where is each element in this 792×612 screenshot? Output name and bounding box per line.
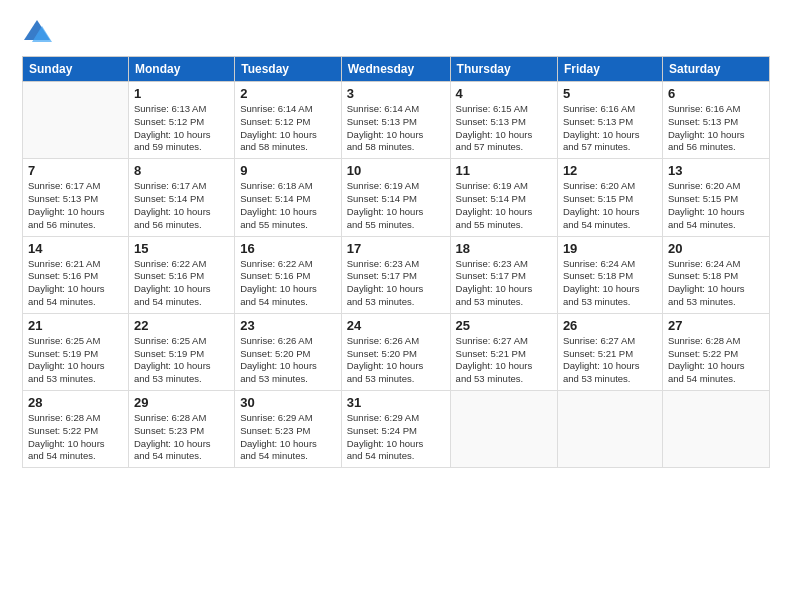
day-info: Sunrise: 6:23 AM Sunset: 5:17 PM Dayligh…	[347, 258, 445, 309]
weekday-header-row: SundayMondayTuesdayWednesdayThursdayFrid…	[23, 57, 770, 82]
day-number: 18	[456, 241, 552, 256]
weekday-header-friday: Friday	[557, 57, 662, 82]
calendar: SundayMondayTuesdayWednesdayThursdayFrid…	[22, 56, 770, 468]
day-cell: 5Sunrise: 6:16 AM Sunset: 5:13 PM Daylig…	[557, 82, 662, 159]
day-number: 20	[668, 241, 764, 256]
day-cell: 20Sunrise: 6:24 AM Sunset: 5:18 PM Dayli…	[662, 236, 769, 313]
day-cell: 28Sunrise: 6:28 AM Sunset: 5:22 PM Dayli…	[23, 391, 129, 468]
day-number: 15	[134, 241, 229, 256]
day-cell: 13Sunrise: 6:20 AM Sunset: 5:15 PM Dayli…	[662, 159, 769, 236]
day-info: Sunrise: 6:14 AM Sunset: 5:12 PM Dayligh…	[240, 103, 336, 154]
day-info: Sunrise: 6:21 AM Sunset: 5:16 PM Dayligh…	[28, 258, 123, 309]
day-number: 23	[240, 318, 336, 333]
day-number: 14	[28, 241, 123, 256]
day-number: 5	[563, 86, 657, 101]
day-number: 13	[668, 163, 764, 178]
day-info: Sunrise: 6:29 AM Sunset: 5:23 PM Dayligh…	[240, 412, 336, 463]
day-cell: 4Sunrise: 6:15 AM Sunset: 5:13 PM Daylig…	[450, 82, 557, 159]
day-cell: 9Sunrise: 6:18 AM Sunset: 5:14 PM Daylig…	[235, 159, 342, 236]
day-cell	[662, 391, 769, 468]
day-cell: 8Sunrise: 6:17 AM Sunset: 5:14 PM Daylig…	[128, 159, 234, 236]
weekday-header-sunday: Sunday	[23, 57, 129, 82]
day-number: 1	[134, 86, 229, 101]
day-number: 3	[347, 86, 445, 101]
weekday-header-tuesday: Tuesday	[235, 57, 342, 82]
day-info: Sunrise: 6:19 AM Sunset: 5:14 PM Dayligh…	[456, 180, 552, 231]
day-cell: 22Sunrise: 6:25 AM Sunset: 5:19 PM Dayli…	[128, 313, 234, 390]
day-cell	[557, 391, 662, 468]
day-number: 24	[347, 318, 445, 333]
weekday-header-monday: Monday	[128, 57, 234, 82]
day-info: Sunrise: 6:27 AM Sunset: 5:21 PM Dayligh…	[563, 335, 657, 386]
day-info: Sunrise: 6:19 AM Sunset: 5:14 PM Dayligh…	[347, 180, 445, 231]
day-cell: 26Sunrise: 6:27 AM Sunset: 5:21 PM Dayli…	[557, 313, 662, 390]
day-info: Sunrise: 6:29 AM Sunset: 5:24 PM Dayligh…	[347, 412, 445, 463]
week-row-5: 28Sunrise: 6:28 AM Sunset: 5:22 PM Dayli…	[23, 391, 770, 468]
day-number: 16	[240, 241, 336, 256]
day-cell: 3Sunrise: 6:14 AM Sunset: 5:13 PM Daylig…	[341, 82, 450, 159]
day-info: Sunrise: 6:25 AM Sunset: 5:19 PM Dayligh…	[134, 335, 229, 386]
day-info: Sunrise: 6:17 AM Sunset: 5:14 PM Dayligh…	[134, 180, 229, 231]
day-number: 8	[134, 163, 229, 178]
day-cell	[23, 82, 129, 159]
day-info: Sunrise: 6:15 AM Sunset: 5:13 PM Dayligh…	[456, 103, 552, 154]
day-cell: 14Sunrise: 6:21 AM Sunset: 5:16 PM Dayli…	[23, 236, 129, 313]
day-cell: 2Sunrise: 6:14 AM Sunset: 5:12 PM Daylig…	[235, 82, 342, 159]
day-number: 4	[456, 86, 552, 101]
day-info: Sunrise: 6:17 AM Sunset: 5:13 PM Dayligh…	[28, 180, 123, 231]
day-cell: 16Sunrise: 6:22 AM Sunset: 5:16 PM Dayli…	[235, 236, 342, 313]
day-number: 7	[28, 163, 123, 178]
week-row-2: 7Sunrise: 6:17 AM Sunset: 5:13 PM Daylig…	[23, 159, 770, 236]
day-number: 6	[668, 86, 764, 101]
day-cell: 10Sunrise: 6:19 AM Sunset: 5:14 PM Dayli…	[341, 159, 450, 236]
week-row-4: 21Sunrise: 6:25 AM Sunset: 5:19 PM Dayli…	[23, 313, 770, 390]
day-number: 17	[347, 241, 445, 256]
day-info: Sunrise: 6:26 AM Sunset: 5:20 PM Dayligh…	[240, 335, 336, 386]
day-number: 22	[134, 318, 229, 333]
day-info: Sunrise: 6:28 AM Sunset: 5:23 PM Dayligh…	[134, 412, 229, 463]
day-number: 12	[563, 163, 657, 178]
weekday-header-wednesday: Wednesday	[341, 57, 450, 82]
day-number: 10	[347, 163, 445, 178]
day-cell: 17Sunrise: 6:23 AM Sunset: 5:17 PM Dayli…	[341, 236, 450, 313]
day-info: Sunrise: 6:25 AM Sunset: 5:19 PM Dayligh…	[28, 335, 123, 386]
day-number: 28	[28, 395, 123, 410]
day-info: Sunrise: 6:20 AM Sunset: 5:15 PM Dayligh…	[563, 180, 657, 231]
week-row-1: 1Sunrise: 6:13 AM Sunset: 5:12 PM Daylig…	[23, 82, 770, 159]
day-cell: 7Sunrise: 6:17 AM Sunset: 5:13 PM Daylig…	[23, 159, 129, 236]
week-row-3: 14Sunrise: 6:21 AM Sunset: 5:16 PM Dayli…	[23, 236, 770, 313]
day-number: 9	[240, 163, 336, 178]
logo-icon	[22, 18, 52, 46]
day-number: 29	[134, 395, 229, 410]
header	[22, 18, 770, 46]
day-info: Sunrise: 6:13 AM Sunset: 5:12 PM Dayligh…	[134, 103, 229, 154]
day-cell: 15Sunrise: 6:22 AM Sunset: 5:16 PM Dayli…	[128, 236, 234, 313]
day-cell: 11Sunrise: 6:19 AM Sunset: 5:14 PM Dayli…	[450, 159, 557, 236]
day-number: 25	[456, 318, 552, 333]
day-cell: 24Sunrise: 6:26 AM Sunset: 5:20 PM Dayli…	[341, 313, 450, 390]
day-info: Sunrise: 6:16 AM Sunset: 5:13 PM Dayligh…	[668, 103, 764, 154]
day-cell: 30Sunrise: 6:29 AM Sunset: 5:23 PM Dayli…	[235, 391, 342, 468]
day-cell: 18Sunrise: 6:23 AM Sunset: 5:17 PM Dayli…	[450, 236, 557, 313]
day-info: Sunrise: 6:24 AM Sunset: 5:18 PM Dayligh…	[668, 258, 764, 309]
day-number: 27	[668, 318, 764, 333]
day-info: Sunrise: 6:23 AM Sunset: 5:17 PM Dayligh…	[456, 258, 552, 309]
day-number: 11	[456, 163, 552, 178]
day-cell: 21Sunrise: 6:25 AM Sunset: 5:19 PM Dayli…	[23, 313, 129, 390]
weekday-header-saturday: Saturday	[662, 57, 769, 82]
day-cell: 19Sunrise: 6:24 AM Sunset: 5:18 PM Dayli…	[557, 236, 662, 313]
day-info: Sunrise: 6:14 AM Sunset: 5:13 PM Dayligh…	[347, 103, 445, 154]
day-number: 21	[28, 318, 123, 333]
day-info: Sunrise: 6:28 AM Sunset: 5:22 PM Dayligh…	[668, 335, 764, 386]
day-info: Sunrise: 6:22 AM Sunset: 5:16 PM Dayligh…	[240, 258, 336, 309]
day-info: Sunrise: 6:16 AM Sunset: 5:13 PM Dayligh…	[563, 103, 657, 154]
day-cell: 1Sunrise: 6:13 AM Sunset: 5:12 PM Daylig…	[128, 82, 234, 159]
day-number: 31	[347, 395, 445, 410]
day-cell: 25Sunrise: 6:27 AM Sunset: 5:21 PM Dayli…	[450, 313, 557, 390]
day-info: Sunrise: 6:28 AM Sunset: 5:22 PM Dayligh…	[28, 412, 123, 463]
day-number: 2	[240, 86, 336, 101]
day-info: Sunrise: 6:22 AM Sunset: 5:16 PM Dayligh…	[134, 258, 229, 309]
day-info: Sunrise: 6:26 AM Sunset: 5:20 PM Dayligh…	[347, 335, 445, 386]
day-cell: 6Sunrise: 6:16 AM Sunset: 5:13 PM Daylig…	[662, 82, 769, 159]
day-cell: 12Sunrise: 6:20 AM Sunset: 5:15 PM Dayli…	[557, 159, 662, 236]
